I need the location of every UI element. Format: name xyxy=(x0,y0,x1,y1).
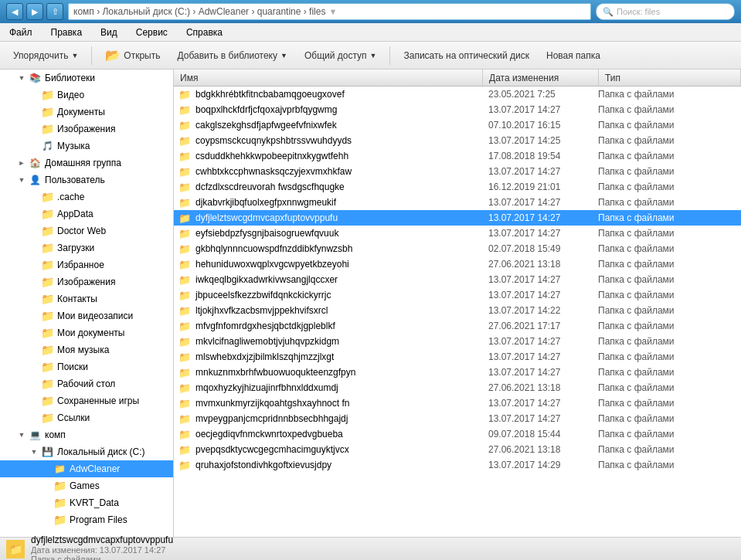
sidebar-item-mymusic[interactable]: 📁 Моя музыка xyxy=(0,341,173,358)
menu-view[interactable]: Вид xyxy=(97,25,121,39)
sidebar-item-myvideos[interactable]: 📁 Мои видеозаписи xyxy=(0,307,173,324)
col-header-type[interactable]: Тип xyxy=(599,70,741,86)
file-folder-icon: 📁 xyxy=(177,318,192,334)
table-row[interactable]: 📁 cakglszekghsdfjapfwgeefvfnixwfek 07.10… xyxy=(174,117,741,133)
status-filename: dyfjlelztswcgdmvcapxfuptovvppufu xyxy=(31,535,173,545)
table-row[interactable]: 📁 hehuniduwoxwqplxvgcwpyetkbzeyohi 27.06… xyxy=(174,256,741,272)
sidebar[interactable]: ▼ 📚 Библиотеки 📁 Видео 📁 Документы 📁 Изо… xyxy=(0,70,174,537)
sidebar-item-video[interactable]: 📁 Видео xyxy=(0,87,173,104)
sidebar-item-contacts[interactable]: 📁 Контакты xyxy=(0,290,173,307)
table-row[interactable]: 📁 mqoxhyzkyjhizuajinrfbhnxlddxumdj 27.06… xyxy=(174,380,741,395)
table-row[interactable]: 📁 iwkqeqlbgikxadwrkivwsangjlqccxer 13.07… xyxy=(174,272,741,287)
menu-service[interactable]: Сервис xyxy=(133,25,171,39)
add-to-library-button[interactable]: Добавить в библиотеку ▼ xyxy=(170,46,294,65)
file-folder-icon: 📁 xyxy=(177,287,192,303)
file-date: 23.05.2021 7:25 xyxy=(482,89,598,100)
table-row[interactable]: 📁 jbpuceelsfkezzbwifdqnkckickyrrjc 13.07… xyxy=(174,287,741,303)
table-row[interactable]: 📁 eyfsiebdpzfysgnjbaisogruewfqvuuk 13.07… xyxy=(174,226,741,241)
downloads-folder-icon: 📁 xyxy=(40,241,54,255)
file-list[interactable]: 📁 bdgkkhrébtkfitncbabamqgoeugxovef 23.05… xyxy=(174,87,741,537)
table-row[interactable]: 📁 djkabvrkjibqfuolxegfpxnnwgmeukif 13.07… xyxy=(174,195,741,210)
col-header-date[interactable]: Дата изменения xyxy=(483,70,599,86)
forward-button[interactable]: ▶ xyxy=(26,3,43,20)
search-bar[interactable]: 🔍 Поиск: files xyxy=(596,3,735,20)
burn-button[interactable]: Записать на оптический диск xyxy=(396,46,536,65)
table-row[interactable]: 📁 mfvgfnfomrdgxhesjqbctdkjgpleblkf 27.06… xyxy=(174,318,741,334)
comp-label: комп xyxy=(45,429,66,440)
file-name: cakglszekghsdfjapfwgeefvfnixwfek xyxy=(192,120,482,131)
sidebar-item-images[interactable]: 📁 Изображения xyxy=(0,120,173,137)
expander-appdata xyxy=(28,208,40,220)
desktop-folder-icon: 📁 xyxy=(40,377,54,391)
sidebar-item-pictures[interactable]: 📁 Изображения xyxy=(0,273,173,290)
open-button[interactable]: 📂 Открыть xyxy=(98,44,167,66)
share-button[interactable]: Общий доступ ▼ xyxy=(297,46,384,65)
table-row[interactable]: 📁 dcfzdlxscdreuvorah fwsdgscfhqugke 16.1… xyxy=(174,179,741,195)
table-row[interactable]: 📁 coypsmsckcuqnykpshbtrssvwuhdyyds 13.07… xyxy=(174,133,741,148)
table-row[interactable]: 📁 mvmxunkmyrzijkqoahtgshxayhnoct fn 13.0… xyxy=(174,395,741,411)
file-folder-icon: 📁 xyxy=(177,380,192,395)
sidebar-item-links[interactable]: 📁 Ссылки xyxy=(0,409,173,426)
sidebar-item-music[interactable]: 🎵 Музыка xyxy=(0,137,173,154)
docs-folder-icon: 📁 xyxy=(40,105,54,119)
sidebar-item-programfiles[interactable]: 📁 Program Files xyxy=(0,511,173,528)
open-icon: 📂 xyxy=(105,48,121,63)
sidebar-item-favorites[interactable]: 📁 Избранное xyxy=(0,256,173,273)
burn-label: Записать на оптический диск xyxy=(403,50,529,61)
table-row[interactable]: 📁 qruhaxjofstondivhkgoftxievusjdpy 13.07… xyxy=(174,457,741,473)
expander-kvrt xyxy=(40,497,53,509)
menu-file[interactable]: Файл xyxy=(6,25,36,39)
file-name: mvmxunkmyrzijkqoahtgshxayhnoct fn xyxy=(192,398,482,409)
table-row[interactable]: 📁 mnkuznmxbrhfwbuowuoqukteenzgfpyn 13.07… xyxy=(174,365,741,380)
sidebar-item-searches[interactable]: 📁 Поиски xyxy=(0,358,173,375)
menu-edit[interactable]: Правка xyxy=(48,25,86,39)
status-thumb-icon: 📁 xyxy=(6,540,25,558)
table-row[interactable]: 📁 dyfjlelztswcgdmvcapxfuptovvppufu 13.07… xyxy=(174,210,741,226)
table-row[interactable]: 📁 ltjokjhxvfkzacbsmvjppekhvifsxrcl 13.07… xyxy=(174,303,741,318)
new-folder-button[interactable]: Новая папка xyxy=(539,46,607,65)
menu-bar: Файл Правка Вид Сервис Справка xyxy=(0,23,741,42)
sidebar-item-libraries[interactable]: ▼ 📚 Библиотеки xyxy=(0,70,173,87)
sidebar-item-adwcleaner[interactable]: 📁 AdwCleaner xyxy=(0,460,173,477)
back-button[interactable]: ◀ xyxy=(6,3,23,20)
sidebar-item-localdisk[interactable]: ▼ 💾 Локальный диск (C:) xyxy=(0,443,173,460)
sidebar-item-user[interactable]: ▼ 👤 Пользователь xyxy=(0,171,173,188)
sidebar-item-comp[interactable]: ▼ 💻 комп xyxy=(0,426,173,443)
expander-links xyxy=(28,412,40,424)
sidebar-item-cache[interactable]: 📁 .cache xyxy=(0,188,173,205)
table-row[interactable]: 📁 cwhbtxkccphwnasksqczyjexvmxhkfaw 13.07… xyxy=(174,164,741,179)
table-row[interactable]: 📁 mkvlcifnagliwemobtjvjuhqvpzkidgm 13.07… xyxy=(174,334,741,349)
sidebar-item-savedgames[interactable]: 📁 Сохраненные игры xyxy=(0,392,173,409)
sidebar-item-homegroup[interactable]: ► 🏠 Домашняя группа xyxy=(0,154,173,171)
sidebar-item-desktop[interactable]: 📁 Рабочий стол xyxy=(0,375,173,392)
sidebar-item-mydocs[interactable]: 📁 Мои документы xyxy=(0,324,173,341)
appdata-label: AppData xyxy=(57,209,93,219)
menu-help[interactable]: Справка xyxy=(183,25,226,39)
table-row[interactable]: 📁 bdgkkhrébtkfitncbabamqgoeugxovef 23.05… xyxy=(174,87,741,102)
up-button[interactable]: ⇧ xyxy=(46,3,63,20)
organize-button[interactable]: Упорядочить ▼ xyxy=(6,46,85,65)
doctorweb-folder-icon: 📁 xyxy=(40,224,54,238)
table-row[interactable]: 📁 gkbhqlynnncuowspdfnzddibkfynwzsbh 02.0… xyxy=(174,241,741,256)
file-type: Папка с файлами xyxy=(598,367,741,378)
file-type: Папка с файлами xyxy=(598,182,741,192)
sidebar-item-games[interactable]: 📁 Games xyxy=(0,477,173,494)
sidebar-item-kvrt[interactable]: 📁 KVRT_Data xyxy=(0,494,173,511)
table-row[interactable]: 📁 boqpxlhckfdrfjcfqoxajvprbfqygwmg 13.07… xyxy=(174,102,741,117)
sidebar-item-appdata[interactable]: 📁 AppData xyxy=(0,205,173,222)
table-row[interactable]: 📁 mvpeygpanjcmcpridnnbbsecbhhgajdj 13.07… xyxy=(174,411,741,426)
expander-music xyxy=(28,140,40,152)
address-bar[interactable]: комп › Локальный диск (C:) › AdwCleaner … xyxy=(68,3,591,20)
sidebar-item-doctorweb[interactable]: 📁 Doctor Web xyxy=(0,222,173,239)
table-row[interactable]: 📁 pvepqsdktycwcgegcmhacimguyktjvcx 27.06… xyxy=(174,442,741,457)
sidebar-item-docs[interactable]: 📁 Документы xyxy=(0,104,173,120)
table-row[interactable]: 📁 mlswhebxdxjzjbilmklszqhjmzzjlxgt 13.07… xyxy=(174,349,741,365)
expander-searches xyxy=(28,361,40,373)
file-date: 13.07.2017 14:27 xyxy=(482,367,598,378)
nav-buttons[interactable]: ◀ ▶ ⇧ xyxy=(6,3,63,20)
col-header-name[interactable]: Имя xyxy=(174,70,483,86)
table-row[interactable]: 📁 oecjegdiqvfnmckwnrtoxpedvgbueba 09.07.… xyxy=(174,426,741,442)
table-row[interactable]: 📁 csduddkhehkkwpobeepitnxkygwtfehh 17.08… xyxy=(174,148,741,164)
favorites-label: Избранное xyxy=(57,260,104,270)
sidebar-item-downloads[interactable]: 📁 Загрузки xyxy=(0,239,173,256)
